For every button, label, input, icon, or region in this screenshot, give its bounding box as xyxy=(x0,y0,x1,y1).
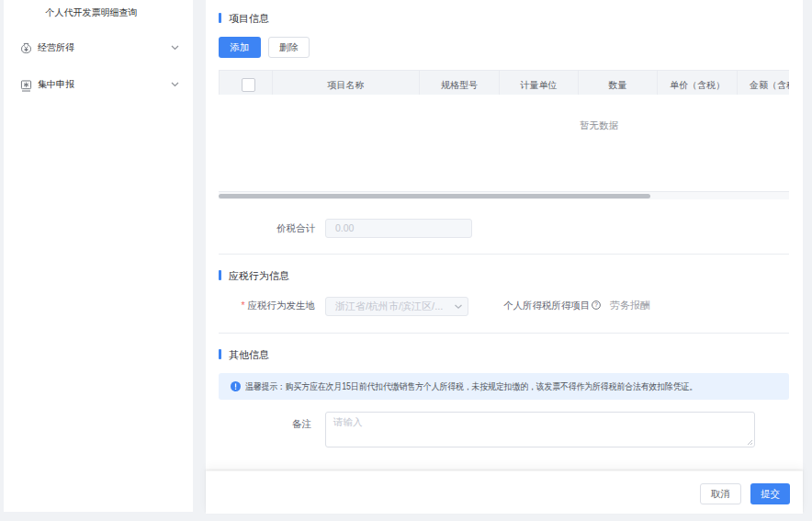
svg-text:?: ? xyxy=(594,301,598,308)
